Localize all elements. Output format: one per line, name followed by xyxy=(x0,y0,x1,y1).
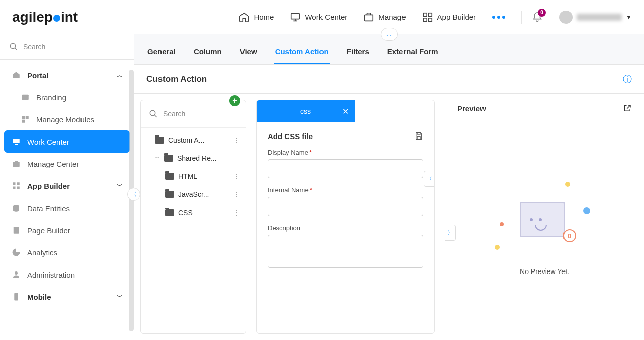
svg-rect-5 xyxy=(428,18,431,21)
sidebar-item-label: Analytics xyxy=(27,248,57,257)
tree-item-custom-action[interactable]: Custom A... ⋮ xyxy=(141,131,246,149)
tab-general[interactable]: General xyxy=(146,42,177,64)
svg-rect-10 xyxy=(22,120,25,123)
chevron-right-icon: 〉 xyxy=(447,229,453,237)
tree-item-javascript[interactable]: JavaScr... ⋮ xyxy=(141,185,246,203)
search-icon xyxy=(9,42,18,51)
sidebar-item-branding[interactable]: Branding xyxy=(4,86,130,108)
chevron-down-icon: ﹀ xyxy=(117,182,123,190)
svg-rect-21 xyxy=(14,293,18,301)
save-button[interactable] xyxy=(414,131,423,141)
tab-column[interactable]: Column xyxy=(193,42,223,64)
required-marker: * xyxy=(309,149,312,156)
sidebar: Search Portal ︿ Branding Manage Modules … xyxy=(0,34,134,340)
tree-list: Custom A... ⋮ ﹀ Shared Re... HTML ⋮ xyxy=(141,128,246,225)
svg-rect-23 xyxy=(417,132,420,134)
tab-view[interactable]: View xyxy=(239,42,258,64)
tree-item-label: HTML xyxy=(178,172,197,180)
close-icon[interactable]: ✕ xyxy=(342,107,349,116)
main-content: ︿ General Column View Custom Action Filt… xyxy=(134,34,644,340)
nav-manage[interactable]: Manage xyxy=(363,12,406,23)
svg-rect-24 xyxy=(417,137,420,140)
notification-badge: 0 xyxy=(538,9,546,17)
logo-dot xyxy=(53,15,60,22)
branding-icon xyxy=(20,92,30,102)
notifications-button[interactable]: 0 xyxy=(532,12,543,23)
tree-item-html[interactable]: HTML ⋮ xyxy=(141,167,246,185)
internal-name-label: Internal Name* xyxy=(268,186,423,194)
sidebar-item-work-center[interactable]: Work Center xyxy=(4,130,130,153)
sidebar-item-mobile[interactable]: Mobile ﹀ xyxy=(4,286,130,308)
sidebar-item-app-builder[interactable]: App Builder ﹀ xyxy=(4,175,130,197)
tab-custom-action[interactable]: Custom Action xyxy=(274,42,330,64)
tab-filters[interactable]: Filters xyxy=(346,42,370,64)
display-name-label: Display Name* xyxy=(268,149,423,156)
grid-icon xyxy=(422,12,433,23)
tree-panel: + Search Custom A... ⋮ ﹀ xyxy=(140,100,246,334)
display-name-input[interactable] xyxy=(268,159,423,178)
svg-rect-8 xyxy=(22,116,25,119)
sidebar-item-data-entities[interactable]: Data Entities xyxy=(4,197,130,219)
info-icon[interactable]: ⓘ xyxy=(623,73,632,85)
item-menu-button[interactable]: ⋮ xyxy=(233,209,239,217)
expand-button[interactable] xyxy=(623,104,632,113)
description-input[interactable] xyxy=(268,235,423,268)
form-title: Add CSS file xyxy=(268,132,313,141)
folder-icon xyxy=(164,155,173,162)
tab-label: External Form xyxy=(387,47,438,56)
internal-name-input[interactable] xyxy=(268,197,423,216)
tree-item-label: Custom A... xyxy=(168,136,204,144)
save-icon xyxy=(414,131,423,141)
panel-collapse-up-button[interactable]: ︿ xyxy=(381,28,398,41)
preview-expand-right-button[interactable]: 〉 xyxy=(445,225,456,241)
sidebar-item-label: Data Entities xyxy=(27,204,70,213)
nav-work-center[interactable]: Work Center xyxy=(290,12,347,23)
logo-text-prefix: agilep xyxy=(12,9,53,25)
external-link-icon xyxy=(623,104,632,113)
preview-title: Preview xyxy=(457,104,486,113)
folder-icon xyxy=(165,173,174,180)
sidebar-item-administration[interactable]: Administration xyxy=(4,263,130,286)
sidebar-item-page-builder[interactable]: Page Builder xyxy=(4,219,130,241)
tree-search[interactable]: Search xyxy=(141,100,246,128)
sidebar-item-manage-modules[interactable]: Manage Modules xyxy=(4,108,130,130)
item-menu-button[interactable]: ⋮ xyxy=(233,136,239,144)
sidebar-item-analytics[interactable]: Analytics xyxy=(4,241,130,263)
page-title: Custom Action xyxy=(146,74,207,84)
sidebar-item-portal[interactable]: Portal ︿ xyxy=(4,64,130,86)
nav-work-center-label: Work Center xyxy=(305,13,347,21)
tab-external-form[interactable]: External Form xyxy=(386,42,439,64)
sidebar-item-label: Manage Modules xyxy=(36,115,94,124)
svg-rect-4 xyxy=(423,18,426,21)
sidebar-collapse-button[interactable]: 〈 xyxy=(127,188,140,201)
sidebar-item-label: Work Center xyxy=(27,138,69,146)
description-label: Description xyxy=(268,224,423,232)
tree-item-shared-resources[interactable]: ﹀ Shared Re... xyxy=(141,149,246,167)
preview-header: Preview xyxy=(457,104,632,113)
user-name xyxy=(577,14,622,21)
form-collapse-left-button[interactable]: 〈 xyxy=(424,171,435,187)
page-title-row: Custom Action ⓘ xyxy=(134,65,644,94)
add-button[interactable]: + xyxy=(229,95,240,106)
user-menu[interactable]: ▼ xyxy=(551,11,632,24)
chart-icon xyxy=(11,247,21,257)
nav-home[interactable]: Home xyxy=(238,12,274,23)
sidebar-item-label: Page Builder xyxy=(27,226,70,235)
nav-app-builder[interactable]: App Builder xyxy=(422,12,476,23)
tree-item-css[interactable]: CSS ⋮ xyxy=(141,203,246,222)
chevron-up-icon: ︿ xyxy=(386,30,392,39)
nav-more[interactable] xyxy=(492,16,505,19)
svg-rect-11 xyxy=(13,139,20,143)
search-icon xyxy=(149,109,158,118)
sidebar-item-label: Manage Center xyxy=(27,160,79,168)
home-icon xyxy=(238,12,250,23)
modules-icon xyxy=(20,114,30,124)
folder-icon xyxy=(165,209,174,216)
svg-point-20 xyxy=(15,271,18,275)
item-menu-button[interactable]: ⋮ xyxy=(233,172,239,180)
required-marker: * xyxy=(310,186,312,194)
tab-label: Custom Action xyxy=(275,47,329,56)
sidebar-item-manage-center[interactable]: Manage Center xyxy=(4,153,130,175)
item-menu-button[interactable]: ⋮ xyxy=(233,190,239,198)
sidebar-search[interactable]: Search xyxy=(0,34,134,60)
